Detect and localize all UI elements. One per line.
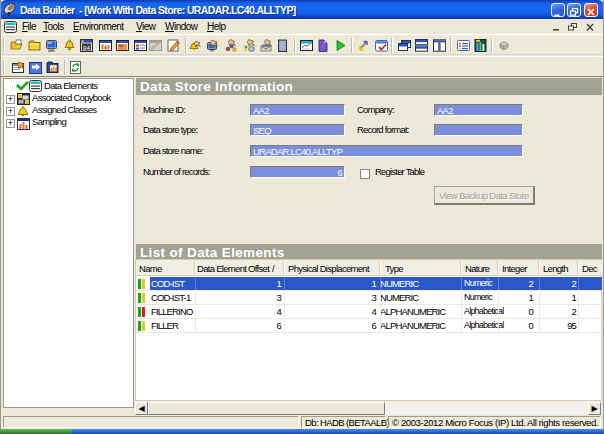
svg-text:04: 04 <box>83 45 91 52</box>
